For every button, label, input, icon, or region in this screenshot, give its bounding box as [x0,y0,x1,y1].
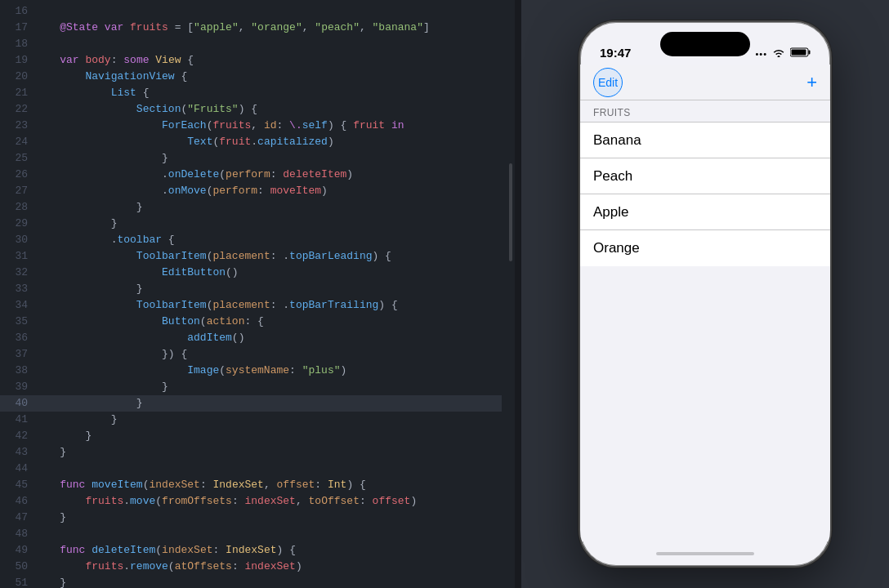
list-item-label: Orange [593,240,640,256]
code-line: } [34,428,502,444]
code-line: } [34,395,502,412]
phone-simulator-panel: 19:47 ••• [521,0,889,588]
code-line: NavigationView { [34,69,502,85]
code-lines: @State var fruits = ["apple", "orange", … [34,3,515,588]
code-line [34,3,502,20]
code-line: @State var fruits = ["apple", "orange", … [34,20,502,36]
dynamic-island [660,32,750,56]
code-line: Image(systemName: "plus") [34,363,502,379]
code-line: .onMove(perform: moveItem) [34,183,502,199]
home-indicator [580,541,830,566]
code-line: fruits.remove(atOffsets: indexSet) [34,559,502,575]
code-line: Text(fruit.capitalized) [34,134,502,150]
code-line [34,461,502,477]
code-line: } [34,444,502,461]
code-line: .onDelete(perform: deleteItem) [34,167,502,183]
code-line: }) { [34,346,502,363]
code-line: } [34,379,502,395]
status-icons: ••• [755,47,811,60]
code-line: } [34,575,502,588]
code-line: Section("Fruits") { [34,101,502,118]
code-line: ToolbarItem(placement: .topBarTrailing) … [34,297,502,314]
navigation-bar: Edit + [580,65,830,100]
code-line: } [34,199,502,216]
code-line: ForEach(fruits, id: \.self) { fruit in [34,118,502,134]
list-item[interactable]: Banana [580,122,830,158]
code-line: .toolbar { [34,232,502,248]
list-content: FRUITS Banana Peach Apple Orange [580,100,830,541]
code-line [34,526,502,542]
code-scrollbar[interactable] [508,0,513,588]
code-line: ToolbarItem(placement: .topBarLeading) { [34,248,502,265]
list-group: Banana Peach Apple Orange [580,122,830,266]
iphone-frame: 19:47 ••• [579,20,832,568]
battery-icon [790,47,811,60]
line-numbers: 16 17 18 19 20 21 22 23 24 25 26 27 28 2… [0,3,34,588]
code-line: } [34,412,502,428]
code-area: 16 17 18 19 20 21 22 23 24 25 26 27 28 2… [0,0,515,588]
code-line [34,36,502,52]
code-line: fruits.move(fromOffsets: indexSet, toOff… [34,493,502,510]
edit-button[interactable]: Edit [593,68,623,97]
list-item[interactable]: Peach [580,158,830,194]
home-bar [656,552,754,555]
code-line: } [34,150,502,167]
add-item-button[interactable]: + [806,74,817,91]
list-item[interactable]: Orange [580,230,830,266]
list-item-label: Apple [593,204,628,220]
list-item-label: Banana [593,132,641,149]
code-editor[interactable]: 16 17 18 19 20 21 22 23 24 25 26 27 28 2… [0,0,515,588]
section-header: FRUITS [580,100,830,122]
code-line: Button(action: { [34,314,502,330]
code-line: } [34,216,502,232]
code-line: List { [34,85,502,101]
code-line: func moveItem(indexSet: IndexSet, offset… [34,477,502,493]
code-line: addItem() [34,330,502,346]
wifi-icon [772,47,785,60]
svg-rect-2 [792,50,806,56]
code-line: } [34,281,502,297]
cellular-dots-icon: ••• [755,49,767,59]
list-item-label: Peach [593,168,632,185]
code-line: var body: some View { [34,52,502,69]
svg-rect-1 [809,51,811,55]
code-line: } [34,510,502,526]
code-line: EditButton() [34,265,502,281]
status-time: 19:47 [600,46,631,60]
scrollbar-thumb [509,163,512,261]
list-item[interactable]: Apple [580,194,830,230]
code-line: func deleteItem(indexSet: IndexSet) { [34,542,502,559]
panel-divider [515,0,521,588]
